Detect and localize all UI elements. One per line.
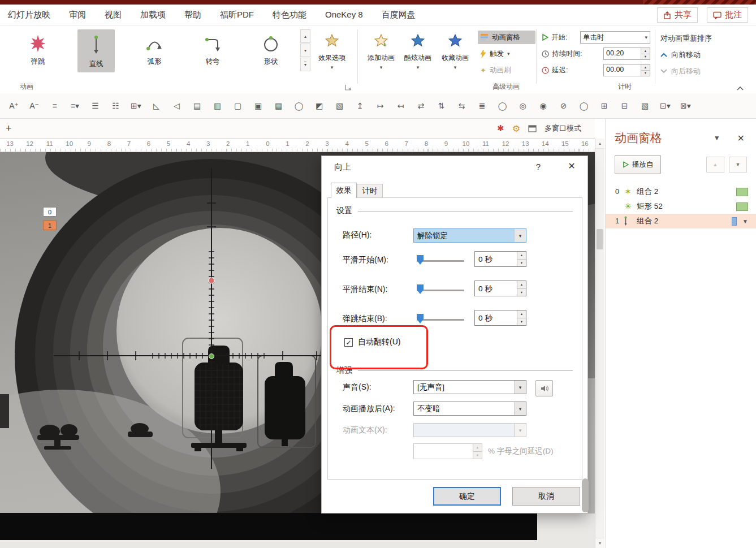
drawing-toolbar-icon[interactable]: ◎ — [513, 98, 532, 114]
drawing-toolbar-icon[interactable]: ⊞ — [595, 98, 614, 114]
drawing-toolbar-icon[interactable]: ◺ — [147, 98, 166, 114]
drawing-toolbar-icon[interactable]: ▤ — [188, 98, 206, 114]
drawing-toolbar-icon[interactable]: A⁺ — [5, 98, 23, 114]
motion-path-bounce[interactable]: 弹跳 — [19, 29, 57, 72]
animation-order-marker-1[interactable]: 1 — [43, 221, 57, 230]
smooth-start-spinner[interactable]: 0 秒 ▴▾ — [474, 251, 526, 267]
spin-up-icon[interactable]: ▴ — [641, 64, 650, 71]
pane-menu-chevron-icon[interactable]: ▼ — [714, 134, 720, 142]
chevron-down-icon[interactable]: ▾ — [514, 402, 526, 415]
motion-path-turn[interactable]: 转弯 — [194, 29, 231, 72]
multi-window-label[interactable]: 多窗口模式 — [545, 123, 581, 133]
item-menu-chevron-icon[interactable]: ▼ — [742, 218, 748, 225]
timeline-chip[interactable] — [736, 202, 748, 211]
scroll-down-icon[interactable]: ▾ — [595, 538, 604, 548]
tab-timing[interactable]: 计时 — [357, 184, 383, 198]
motion-path-arc[interactable]: 弧形 — [136, 29, 173, 72]
drawing-toolbar-icon[interactable]: ⇄ — [412, 98, 430, 114]
menu-tab[interactable]: 幻灯片放映 — [8, 10, 50, 20]
effect-options-button[interactable]: 效果选项 ▾ — [314, 29, 349, 85]
add-animation-button[interactable]: + 添加动画 ▾ — [363, 29, 399, 85]
animation-item[interactable]: ✳ 矩形 52 — [606, 199, 756, 214]
move-up-button[interactable]: ▲ — [706, 157, 724, 172]
drawing-toolbar-icon[interactable]: ↦ — [371, 98, 390, 114]
gear-icon[interactable]: ⚙ — [512, 123, 520, 134]
spin-down-icon[interactable]: ▾ — [641, 71, 650, 76]
animation-pane-button[interactable]: 动画窗格 — [478, 31, 535, 44]
dialog-close-button[interactable]: ✕ — [564, 161, 580, 171]
share-button[interactable]: 共享 — [657, 7, 698, 23]
menu-tab[interactable]: 福昕PDF — [220, 10, 254, 20]
menu-tab[interactable]: 视图 — [105, 10, 122, 20]
drawing-toolbar-icon[interactable]: ⊠▾ — [676, 98, 695, 114]
trigger-button[interactable]: 触发 ▾ — [478, 47, 535, 61]
gallery-up-button[interactable]: ▴ — [300, 29, 310, 43]
drawing-toolbar-icon[interactable]: ⇆ — [452, 98, 471, 114]
favorite-animation-button[interactable]: 收藏动画 ▾ — [438, 29, 473, 85]
cancel-button[interactable]: 取消 — [512, 487, 580, 506]
slider-thumb[interactable] — [417, 314, 424, 323]
spin-down-icon[interactable]: ▾ — [641, 54, 650, 60]
drawing-toolbar-icon[interactable]: ◯ — [290, 98, 308, 114]
vertical-scrollbar[interactable]: ▴ ▾ — [595, 139, 604, 548]
menu-tab[interactable]: 帮助 — [184, 10, 201, 20]
drawing-toolbar-icon[interactable]: ◯ — [574, 98, 593, 114]
move-down-button[interactable]: ▼ — [729, 157, 747, 172]
scroll-up-icon[interactable]: ▴ — [595, 139, 604, 149]
menu-tab[interactable]: 特色功能 — [273, 10, 306, 20]
drawing-toolbar-icon[interactable]: ☰ — [86, 98, 105, 114]
dialog-help-button[interactable]: ? — [532, 162, 545, 171]
duration-spinner[interactable]: 00.20 ▴▾ — [603, 48, 650, 60]
bounce-end-spinner[interactable]: 0 秒 ▴▾ — [474, 310, 526, 326]
start-select[interactable]: 单击时 ▾ — [580, 31, 650, 44]
timeline-chip[interactable] — [736, 188, 748, 196]
animation-painter-button[interactable]: ✦ 动画刷 — [478, 63, 535, 77]
smooth-end-slider[interactable] — [417, 283, 464, 296]
dialog-launcher-icon[interactable] — [345, 84, 351, 90]
menu-tab[interactable]: 审阅 — [69, 10, 86, 20]
pane-close-icon[interactable]: ✕ — [737, 133, 745, 144]
comments-button[interactable]: 批注 — [707, 7, 748, 23]
drawing-toolbar-icon[interactable]: ⇅ — [432, 98, 451, 114]
drawing-toolbar-icon[interactable]: ◁ — [167, 98, 186, 114]
spin-up-icon[interactable]: ▴ — [517, 252, 526, 260]
spinner-buttons[interactable]: ▴▾ — [641, 48, 650, 59]
drawing-toolbar-icon[interactable]: A⁻ — [25, 98, 44, 114]
menu-tab[interactable]: OneKey 8 — [325, 10, 363, 20]
spin-up-icon[interactable]: ▴ — [517, 310, 526, 318]
spin-down-icon[interactable]: ▾ — [517, 289, 526, 296]
gallery-more-button[interactable]: ▾ — [300, 58, 310, 71]
chevron-down-icon[interactable]: ▾ — [514, 381, 526, 394]
drawing-toolbar-icon[interactable]: ⊘ — [554, 98, 573, 114]
move-earlier-button[interactable]: 向前移动 — [660, 48, 745, 62]
drawing-toolbar-icon[interactable]: ▥ — [208, 98, 227, 114]
drawing-toolbar-icon[interactable]: ⊟ — [615, 98, 634, 114]
after-animation-combobox[interactable]: 不变暗 ▾ — [413, 402, 526, 416]
add-tab-button[interactable]: + — [6, 123, 12, 135]
spin-up-icon[interactable]: ▴ — [641, 48, 650, 54]
drawing-toolbar-icon[interactable]: ▦ — [269, 98, 288, 114]
drawing-toolbar-icon[interactable]: ≡▾ — [66, 98, 84, 114]
menu-tab[interactable]: 加载项 — [140, 10, 166, 20]
scrollbar-thumb[interactable] — [597, 229, 603, 249]
slider-thumb[interactable] — [417, 255, 424, 265]
gallery-down-button[interactable]: ▾ — [300, 44, 310, 57]
slider-thumb[interactable] — [417, 284, 424, 294]
drawing-toolbar-icon[interactable]: ☷ — [106, 98, 125, 114]
drawing-toolbar-icon[interactable]: ▧ — [636, 98, 654, 114]
collapse-ribbon-icon[interactable] — [737, 86, 744, 90]
drawing-toolbar-icon[interactable]: ▣ — [249, 98, 267, 114]
play-from-button[interactable]: 播放自 — [615, 155, 661, 174]
tab-effect[interactable]: 效果 — [331, 183, 357, 198]
drawing-toolbar-icon[interactable]: ≡ — [45, 98, 64, 114]
path-combobox[interactable]: 解除锁定 ▾ — [413, 228, 526, 243]
drawing-toolbar-icon[interactable]: ▧ — [330, 98, 349, 114]
chevron-down-icon[interactable]: ▾ — [514, 229, 526, 242]
sound-volume-button[interactable] — [535, 380, 553, 396]
drawing-toolbar-icon[interactable]: ↥ — [351, 98, 369, 114]
drawing-toolbar-icon[interactable]: ◯ — [493, 98, 512, 114]
spin-up-icon[interactable]: ▴ — [517, 281, 526, 289]
animation-order-marker-0[interactable]: 0 — [43, 207, 57, 217]
drawing-toolbar-icon[interactable]: ◩ — [310, 98, 329, 114]
drawing-toolbar-icon[interactable]: ↤ — [391, 98, 410, 114]
